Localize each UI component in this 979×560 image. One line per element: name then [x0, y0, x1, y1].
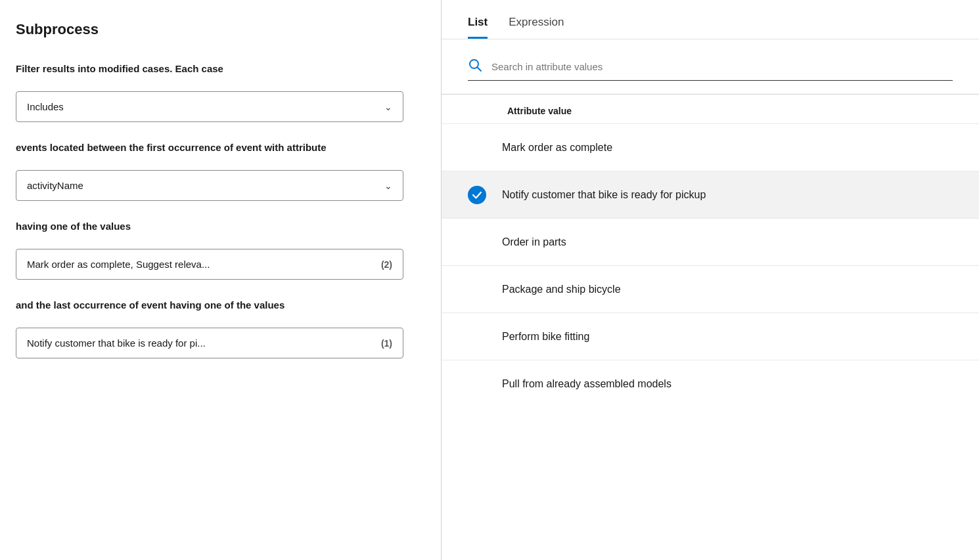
last-badge: (1): [381, 338, 392, 349]
activity-name-dropdown[interactable]: activityName ⌄: [16, 170, 403, 201]
list-item-text: Order in parts: [502, 236, 566, 248]
having-value-text: Mark order as complete, Suggest releva..…: [27, 259, 210, 270]
having-badge: (2): [381, 259, 392, 270]
tab-bar: List Expression: [442, 0, 979, 39]
events-label: events located between the first occurre…: [16, 140, 425, 154]
having-label: having one of the values: [16, 219, 425, 233]
list-item[interactable]: Mark order as complete: [442, 123, 979, 171]
left-panel: Subprocess Filter results into modified …: [0, 0, 442, 560]
check-placeholder: [468, 375, 486, 393]
last-occurrence-label: and the last occurrence of event having …: [16, 298, 425, 312]
check-placeholder: [468, 328, 486, 346]
filter-label: Filter results into modified cases. Each…: [16, 62, 425, 75]
svg-line-1: [478, 68, 482, 72]
chevron-down-icon: ⌄: [384, 102, 392, 112]
list-items: Mark order as complete Notify customer t…: [442, 123, 979, 560]
last-value-field[interactable]: Notify customer that bike is ready for p…: [16, 328, 403, 358]
includes-dropdown-text: Includes: [27, 101, 64, 112]
search-input[interactable]: [491, 61, 953, 72]
list-item[interactable]: Pull from already assembled models: [442, 360, 979, 407]
chevron-down-icon-2: ⌄: [384, 181, 392, 191]
check-placeholder: [468, 139, 486, 157]
list-item-text: Package and ship bicycle: [502, 284, 621, 295]
list-item-text: Notify customer that bike is ready for p…: [502, 189, 706, 201]
list-item-text: Perform bike fitting: [502, 331, 589, 343]
list-item-text: Mark order as complete: [502, 142, 612, 154]
tab-list[interactable]: List: [468, 16, 488, 39]
having-value-field[interactable]: Mark order as complete, Suggest releva..…: [16, 249, 403, 280]
attribute-value-header: Attribute value: [507, 106, 572, 116]
includes-dropdown[interactable]: Includes ⌄: [16, 91, 403, 122]
list-item[interactable]: Perform bike fitting: [442, 312, 979, 360]
activity-name-text: activityName: [27, 180, 83, 191]
tab-expression[interactable]: Expression: [509, 16, 564, 39]
search-area: [442, 39, 979, 95]
list-item-text: Pull from already assembled models: [502, 378, 672, 390]
check-circle-icon: [468, 186, 486, 204]
list-item[interactable]: Notify customer that bike is ready for p…: [442, 171, 979, 218]
list-item[interactable]: Package and ship bicycle: [442, 265, 979, 312]
list-header: Attribute value: [442, 95, 979, 123]
panel-title: Subprocess: [16, 21, 425, 38]
last-value-text: Notify customer that bike is ready for p…: [27, 337, 206, 349]
list-item[interactable]: Order in parts: [442, 218, 979, 265]
right-panel: List Expression Attribute value Mark ord…: [442, 0, 979, 560]
search-row: [468, 58, 953, 81]
check-placeholder: [468, 233, 486, 251]
search-icon: [468, 58, 482, 75]
check-placeholder: [468, 280, 486, 299]
